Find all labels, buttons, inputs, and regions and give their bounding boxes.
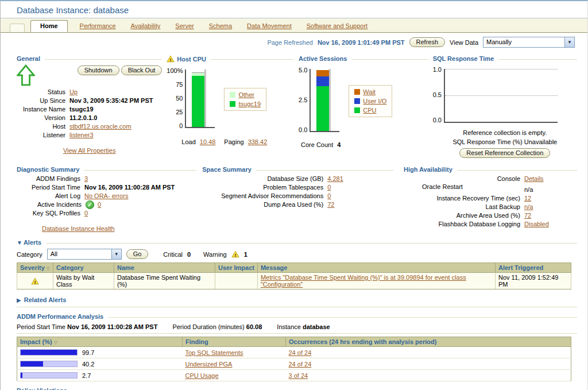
shutdown-button[interactable]: Shutdown	[78, 65, 119, 75]
database-size-link[interactable]: 4.281	[327, 175, 393, 183]
category-value: All	[48, 249, 111, 259]
col-user-impact[interactable]: User Impact	[215, 263, 257, 273]
alerts-header[interactable]: ▼ Alerts	[17, 239, 577, 246]
diagnostic-title: Diagnostic Summary	[17, 166, 79, 173]
col-category[interactable]: Category	[53, 263, 114, 273]
space-title: Space Summary	[202, 166, 252, 173]
general-row-version: Version 11.2.0.1.0	[17, 114, 162, 122]
dump-area-used-link[interactable]: 72	[327, 200, 393, 209]
policy-violations-section: Policy Violations Current 42 37 60 Disti…	[17, 387, 577, 390]
finding-link[interactable]: Top SQL Statements	[185, 349, 243, 356]
expand-triangle-icon: ▶	[17, 297, 21, 303]
legend-swatch-cpu	[354, 107, 360, 113]
legend-wait-link[interactable]: Wait	[363, 87, 376, 96]
addm-findings-link[interactable]: 3	[84, 175, 196, 183]
alert-log-link[interactable]: No ORA- errors	[84, 192, 196, 200]
blackout-button[interactable]: Black Out	[121, 65, 163, 75]
addm-duration-label: Period Duration (minutes)	[172, 323, 244, 330]
gridline-1	[445, 69, 558, 69]
chevron-down-icon[interactable]: ▼	[111, 249, 121, 259]
paging-value-link[interactable]: 338.42	[248, 138, 268, 145]
host-cpu-tsugc19-segment	[192, 76, 204, 127]
impact-bar-track	[20, 361, 78, 367]
status-up-arrow-icon	[17, 64, 35, 86]
addm-section: ADDM Performance Analysis Period Start T…	[17, 313, 577, 381]
host-link[interactable]: stbdf12.us.oracle.com	[69, 122, 162, 131]
sessions-wait-segment	[316, 70, 329, 76]
segment-advisor-link[interactable]: 0	[327, 192, 393, 200]
instance-recovery-time-link[interactable]: 12	[524, 194, 577, 203]
occurrences-link[interactable]: 3 of 24	[289, 372, 308, 379]
addm-period-start-value: Nov 16, 2009 11:00:28 AM PST	[67, 323, 157, 330]
svg-text:!: !	[234, 253, 236, 258]
occurrences-link[interactable]: 24 of 24	[289, 349, 312, 356]
alert-user-impact	[215, 273, 257, 289]
tab-home[interactable]: Home	[30, 20, 68, 32]
alert-message-link[interactable]: Metrics "Database Time Spent Waiting (%)…	[261, 274, 466, 288]
addm-period-start-label: Period Start Time	[17, 323, 65, 330]
tab-server[interactable]: Server	[175, 22, 194, 32]
finding-link[interactable]: CPU Usage	[185, 372, 219, 379]
active-incidents-link[interactable]: 0	[98, 200, 196, 209]
col-alert-triggered[interactable]: Alert Triggered	[496, 263, 571, 273]
view-all-properties-link[interactable]: View All Properties	[63, 147, 116, 154]
listener-link[interactable]: listener3	[69, 131, 162, 140]
host-cpu-bar	[192, 69, 204, 127]
col-severity[interactable]: Severity▽	[17, 263, 53, 273]
col-impact[interactable]: Impact (%)▽	[17, 337, 183, 347]
col-name[interactable]: Name	[114, 263, 215, 273]
alerts-table: Severity▽ Category Name User Impact Mess…	[17, 262, 571, 289]
archive-area-used-link[interactable]: 72	[524, 211, 577, 220]
sort-descending-icon: ▽	[54, 340, 57, 345]
category-label: Category	[17, 251, 42, 258]
check-circle-icon: ✓	[86, 200, 94, 209]
load-value-link[interactable]: 10.48	[200, 138, 216, 145]
view-data-value: Manually	[483, 37, 564, 47]
view-data-select[interactable]: Manually ▼	[483, 37, 575, 48]
addm-title: ADDM Performance Analysis	[17, 313, 103, 320]
tab-performance[interactable]: Performance	[80, 22, 116, 32]
host-cpu-title: Host CPU	[177, 56, 206, 63]
tab-data-movement[interactable]: Data Movement	[247, 22, 292, 32]
col-finding[interactable]: Finding	[183, 337, 286, 347]
finding-link[interactable]: Undersized PGA	[185, 361, 233, 368]
col-message[interactable]: Message	[257, 263, 495, 273]
key-sql-profiles-link[interactable]: 0	[84, 209, 196, 218]
reset-reference-collection-button[interactable]: Reset Reference Collection	[459, 148, 550, 158]
occurrences-link[interactable]: 24 of 24	[289, 361, 312, 368]
general-row-host: Host stbdf12.us.oracle.com	[17, 122, 162, 131]
flashback-logging-link[interactable]: Disabled	[524, 220, 577, 229]
problem-tablespaces-link[interactable]: 0	[327, 183, 393, 192]
policy-title: Policy Violations	[17, 387, 67, 390]
go-button[interactable]: Go	[126, 249, 149, 259]
legend-other-link[interactable]: Other	[238, 90, 254, 99]
addm-instance-label: Instance	[277, 323, 301, 330]
warning-icon: !	[31, 277, 39, 285]
sql-response-title: SQL Response Time	[433, 55, 494, 62]
category-select[interactable]: All ▼	[47, 249, 122, 260]
general-row-status: Status Up	[17, 88, 162, 96]
last-backup-link[interactable]: n/a	[524, 203, 577, 211]
impact-bar-fill	[21, 361, 43, 366]
console-details-link[interactable]: Details	[524, 175, 577, 183]
active-sessions-chart: 5.0 2.5 0.0 Wait User I/O	[299, 69, 428, 133]
impact-bar-fill	[21, 350, 77, 355]
status-link[interactable]: Up	[69, 88, 162, 96]
view-data-label: View Data	[450, 39, 478, 46]
tab-schema[interactable]: Schema	[209, 22, 232, 32]
database-instance-health-link[interactable]: Database Instance Health	[42, 225, 115, 232]
addm-duration-value: 60.08	[246, 323, 262, 330]
related-alerts-section[interactable]: ▶ Related Alerts	[17, 296, 577, 307]
refresh-button[interactable]: Refresh	[409, 37, 446, 47]
general-row-upsince: Up Since Nov 3, 2009 5:35:42 PM PST	[17, 96, 162, 105]
legend-userio-link[interactable]: User I/O	[363, 96, 386, 106]
impact-bar-track	[20, 349, 78, 356]
tab-availability[interactable]: Availability	[131, 22, 161, 32]
chevron-down-icon[interactable]: ▼	[564, 37, 574, 47]
col-occurrences[interactable]: Occurrences (24 hrs ending with analysis…	[286, 337, 571, 347]
tab-software-and-support[interactable]: Software and Support	[307, 22, 368, 32]
active-sessions-bar	[316, 69, 329, 131]
legend-tsugc19-link[interactable]: tsugc19	[238, 99, 261, 109]
legend-cpu-link[interactable]: CPU	[363, 106, 376, 115]
warning-icon: !	[167, 55, 175, 63]
